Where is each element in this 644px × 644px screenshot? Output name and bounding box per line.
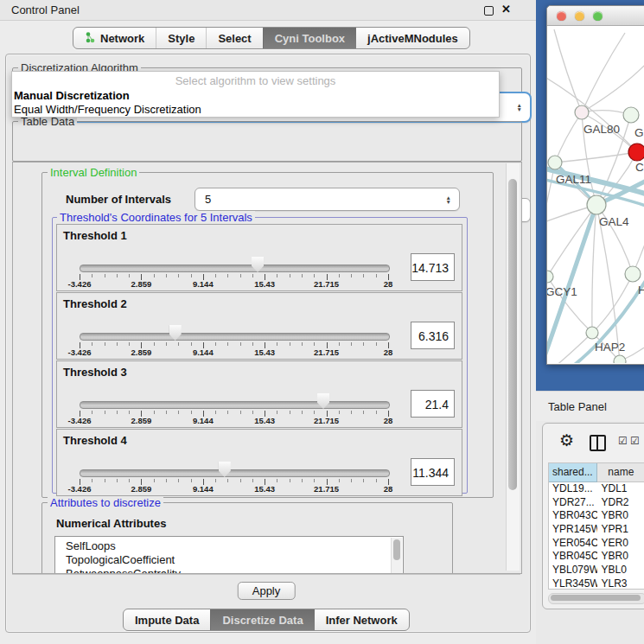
column-header-1[interactable]: shared...	[549, 463, 597, 482]
table-row[interactable]: YPR145WYPR1	[549, 523, 644, 537]
slider-tick-label: 2.859	[131, 279, 152, 289]
tab-label: jActiveMNodules	[367, 32, 458, 45]
network-edge[interactable]	[592, 274, 633, 333]
slider-track[interactable]	[80, 333, 390, 341]
slider-track[interactable]	[80, 265, 390, 272]
table-panel: ⚙ ☑ ☑ shared...name YDL19...YDL1YDR27...…	[542, 423, 644, 609]
slider-tick-label: 9.144	[193, 484, 214, 494]
dropdown-item[interactable]: Manual Discretization	[12, 89, 499, 103]
bottom-tab-discretize-data[interactable]: Discretize Data	[210, 609, 314, 630]
bottom-tab-label: Infer Network	[326, 614, 398, 627]
bottom-tab-infer-network[interactable]: Infer Network	[315, 609, 409, 630]
network-edge[interactable]	[592, 205, 596, 333]
network-edge[interactable]	[582, 61, 644, 112]
network-edge[interactable]	[555, 152, 637, 163]
table-row[interactable]: YBR045CYBR0	[549, 550, 644, 564]
numerical-attributes-list[interactable]: SelfLoopsTopologicalCoefficientBetweenne…	[54, 536, 404, 574]
slider-tick-label: 21.715	[314, 348, 339, 357]
network-edge[interactable]	[582, 33, 625, 112]
table-cell: YDR27...	[549, 496, 597, 510]
close-icon[interactable]: ✕	[501, 3, 511, 16]
slider-tick-label: 28	[384, 416, 393, 425]
attribute-item[interactable]: BetweennessCentrality	[66, 567, 403, 574]
network-node-label: GCY1	[547, 285, 577, 298]
network-node-red[interactable]	[628, 143, 644, 161]
slider-track[interactable]	[80, 401, 390, 409]
tab-jactivemnodules[interactable]: jActiveMNodules	[356, 28, 469, 48]
tab-label: Network	[100, 32, 144, 45]
zoom-traffic-light-icon[interactable]	[593, 11, 603, 21]
tab-network[interactable]: Network	[73, 28, 156, 48]
network-node-gcy1[interactable]	[547, 271, 553, 283]
control-panel: Control Panel ✕ NetworkStyleSelectCyni T…	[0, 0, 536, 644]
network-thick-edge[interactable]	[547, 205, 596, 363]
network-node-gal80[interactable]	[575, 105, 589, 119]
network-node-b[interactable]	[614, 355, 626, 363]
threshold-label: Threshold 1	[63, 229, 127, 242]
attribute-item[interactable]: TopologicalCoefficient	[66, 553, 403, 567]
table-row[interactable]: YBR043CYBR0	[549, 509, 644, 523]
checkbox-icon[interactable]: ☑	[618, 435, 628, 447]
network-node-hap2[interactable]	[586, 327, 598, 339]
node-table[interactable]: shared...name YDL19...YDL1YDR27...YDR2YB…	[548, 462, 644, 590]
tab-cyni-toolbox[interactable]: Cyni Toolbox	[263, 28, 356, 48]
network-node-h[interactable]	[625, 266, 641, 282]
network-node-gal4[interactable]	[587, 195, 606, 214]
threshold-value-field[interactable]: 6.316	[411, 322, 455, 349]
float-icon[interactable]	[484, 6, 494, 16]
bottom-tab-bar: Impute DataDiscretize DataInfer Network	[123, 609, 410, 631]
network-edge[interactable]	[547, 205, 596, 277]
checkbox-icon[interactable]: ☑	[630, 435, 640, 447]
combo-stepper-icon: ▲▼	[446, 195, 451, 204]
settings-scroll-pane: Interval Definition Number of Intervals …	[12, 162, 522, 574]
columns-icon[interactable]	[590, 435, 606, 451]
slider-tick-label: 21.715	[314, 484, 339, 494]
network-node-gal11[interactable]	[548, 156, 562, 169]
network-node-label: H	[638, 284, 644, 296]
threshold-value-field[interactable]: 14.713	[411, 253, 455, 281]
network-canvas[interactable]: GAL80GCGAL11GAL4GCY1HHAP2	[547, 26, 644, 363]
tab-style[interactable]: Style	[156, 28, 206, 48]
attribute-item[interactable]: SelfLoops	[66, 539, 403, 553]
apply-button[interactable]: Apply	[238, 582, 296, 600]
threshold-value-field[interactable]: 21.4	[411, 390, 455, 418]
slider-major-ticks	[80, 411, 389, 417]
table-row[interactable]: YLR345WYLR3	[549, 577, 644, 590]
slider-tick-label: 28	[384, 484, 393, 494]
table-row[interactable]: YDL19...YDL1	[549, 482, 644, 496]
network-node-label: GAL80	[583, 123, 620, 136]
number-of-intervals-combobox[interactable]: 5 ▲▼	[194, 188, 460, 211]
numerical-attributes-label: Numerical Attributes	[56, 517, 166, 530]
table-cell: YDR2	[597, 496, 644, 510]
network-edge[interactable]	[596, 205, 620, 361]
close-traffic-light-icon[interactable]	[557, 11, 566, 21]
threshold-value-field[interactable]: 11.344	[411, 458, 455, 486]
node-table-body: YDL19...YDL1YDR27...YDR2YBR043CYBR0YPR14…	[549, 482, 644, 590]
slider-tick-label: 9.144	[193, 416, 214, 425]
bottom-tab-impute-data[interactable]: Impute Data	[124, 609, 210, 630]
tab-select[interactable]: Select	[206, 28, 262, 48]
vertical-scrollbar-thumb[interactable]	[508, 179, 517, 490]
network-node-g[interactable]	[623, 107, 639, 123]
dropdown-item[interactable]: Equal Width/Frequency Discretization	[12, 103, 499, 117]
network-edge[interactable]	[547, 333, 592, 363]
tab-label: Cyni Toolbox	[275, 32, 345, 45]
table-cell: YDL1	[597, 482, 644, 496]
column-header-2[interactable]: name	[597, 463, 644, 482]
network-graph: GAL80GCGAL11GAL4GCY1HHAP2	[547, 26, 644, 363]
attributes-scrollbar[interactable]	[391, 538, 402, 574]
table-cell: YBL0	[597, 564, 644, 577]
attributes-scrollbar-thumb[interactable]	[393, 539, 400, 560]
gear-icon[interactable]: ⚙	[559, 430, 574, 450]
vertical-scrollbar[interactable]	[506, 163, 520, 571]
table-row[interactable]: YDR27...YDR2	[549, 496, 644, 510]
network-node-label: GAL11	[556, 173, 591, 186]
table-row[interactable]: YER054CYER0	[549, 537, 644, 551]
slider-track[interactable]	[80, 469, 390, 477]
table-row[interactable]: YBL079WYBL0	[549, 564, 644, 577]
cyni-toolbox-panel: Discretization Algorithm ▲▼ Table Data g…	[5, 54, 531, 633]
minimize-traffic-light-icon[interactable]	[575, 11, 584, 21]
network-edge[interactable]	[555, 112, 582, 163]
table-scrollbar-thumb[interactable]	[551, 595, 641, 601]
table-horizontal-scrollbar[interactable]	[548, 593, 644, 604]
